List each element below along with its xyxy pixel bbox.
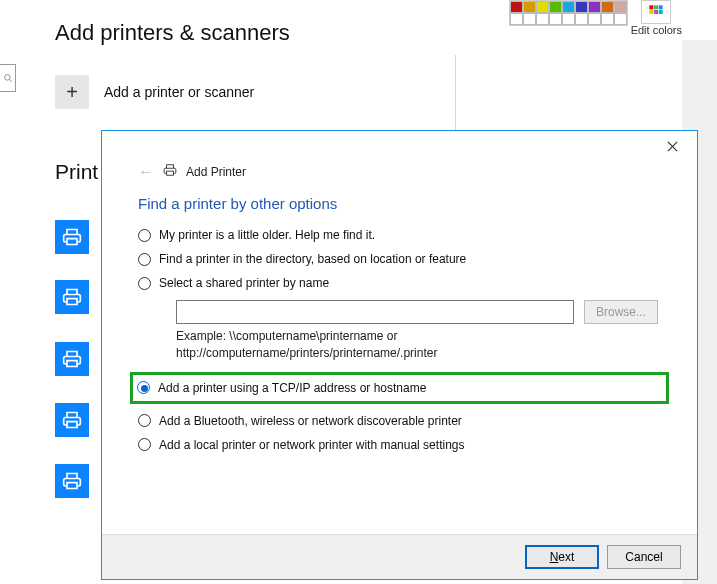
color-swatch[interactable] [523, 1, 536, 13]
svg-rect-3 [650, 10, 654, 14]
browse-button: Browse... [584, 300, 658, 324]
svg-point-6 [4, 75, 10, 81]
printer-list-item[interactable] [55, 342, 89, 376]
radio-bluetooth[interactable]: Add a Bluetooth, wireless or network dis… [138, 414, 661, 428]
page-title: Add printers & scanners [55, 20, 290, 46]
color-swatch[interactable] [549, 1, 562, 13]
radio-icon [138, 414, 151, 427]
rainbow-icon [648, 4, 664, 20]
close-icon [667, 141, 678, 152]
add-printer-row[interactable]: + Add a printer or scanner [55, 75, 254, 109]
color-swatch-empty[interactable] [588, 13, 601, 25]
radio-label: Add a local printer or network printer w… [159, 438, 464, 452]
radio-icon [138, 277, 151, 290]
radio-icon [137, 381, 150, 394]
printer-icon [62, 287, 82, 307]
shared-printer-name-input[interactable] [176, 300, 574, 324]
printer-icon [62, 410, 82, 430]
radio-label: Find a printer in the directory, based o… [159, 252, 466, 266]
printer-list-item[interactable] [55, 403, 89, 437]
edit-colors-label: Edit colors [631, 24, 682, 36]
printer-list-item[interactable] [55, 220, 89, 254]
color-swatch-empty[interactable] [562, 13, 575, 25]
color-swatch-empty[interactable] [575, 13, 588, 25]
svg-rect-1 [654, 5, 658, 9]
printer-icon [62, 227, 82, 247]
edit-colors-button[interactable]: Edit colors [631, 0, 682, 36]
color-swatch[interactable] [536, 1, 549, 13]
plus-icon: + [55, 75, 89, 109]
color-swatch-empty[interactable] [536, 13, 549, 25]
svg-rect-4 [654, 10, 658, 14]
radio-icon [138, 253, 151, 266]
printer-icon [62, 471, 82, 491]
search-input-fragment[interactable] [0, 64, 16, 92]
back-arrow-icon: ← [138, 163, 154, 181]
color-swatch-grid [509, 0, 628, 26]
color-swatch[interactable] [588, 1, 601, 13]
svg-rect-0 [650, 5, 654, 9]
radio-label: Add a Bluetooth, wireless or network dis… [159, 414, 462, 428]
cancel-button[interactable]: Cancel [607, 545, 681, 569]
breadcrumb: ← Add Printer [138, 163, 661, 181]
color-swatch-empty[interactable] [614, 13, 627, 25]
radio-icon [138, 229, 151, 242]
add-printer-dialog: ← Add Printer Find a printer by other op… [101, 130, 698, 580]
color-swatch-empty[interactable] [549, 13, 562, 25]
radio-directory[interactable]: Find a printer in the directory, based o… [138, 252, 661, 266]
search-icon [3, 73, 13, 83]
next-button[interactable]: Next [525, 545, 599, 569]
svg-rect-5 [659, 10, 663, 14]
highlighted-selection: Add a printer using a TCP/IP address or … [130, 372, 669, 404]
color-swatch[interactable] [601, 1, 614, 13]
vertical-divider [455, 55, 456, 130]
printer-icon [62, 349, 82, 369]
color-palette-fragment: Edit colors [509, 0, 682, 36]
radio-icon [138, 438, 151, 451]
color-swatch-empty[interactable] [601, 13, 614, 25]
printer-list-item[interactable] [55, 280, 89, 314]
color-swatch[interactable] [510, 1, 523, 13]
printer-list-item[interactable] [55, 464, 89, 498]
radio-label: My printer is a little older. Help me fi… [159, 228, 375, 242]
color-swatch-empty[interactable] [510, 13, 523, 25]
radio-older-printer[interactable]: My printer is a little older. Help me fi… [138, 228, 661, 242]
svg-rect-2 [659, 5, 663, 9]
dialog-heading: Find a printer by other options [138, 195, 661, 212]
radio-label: Add a printer using a TCP/IP address or … [158, 381, 426, 395]
color-swatch[interactable] [575, 1, 588, 13]
example-text: Example: \\computername\printername or h… [176, 328, 661, 362]
close-button[interactable] [657, 131, 687, 161]
radio-local-manual[interactable]: Add a local printer or network printer w… [138, 438, 661, 452]
printers-section-heading: Print [55, 160, 98, 184]
color-swatch-empty[interactable] [523, 13, 536, 25]
color-swatch[interactable] [562, 1, 575, 13]
svg-line-7 [9, 80, 11, 82]
dialog-title: Add Printer [186, 165, 246, 179]
printer-icon [162, 163, 178, 181]
radio-label: Select a shared printer by name [159, 276, 329, 290]
add-printer-label: Add a printer or scanner [104, 84, 254, 100]
color-swatch[interactable] [614, 1, 627, 13]
radio-shared-by-name[interactable]: Select a shared printer by name [138, 276, 661, 290]
radio-tcpip[interactable]: Add a printer using a TCP/IP address or … [137, 381, 662, 395]
